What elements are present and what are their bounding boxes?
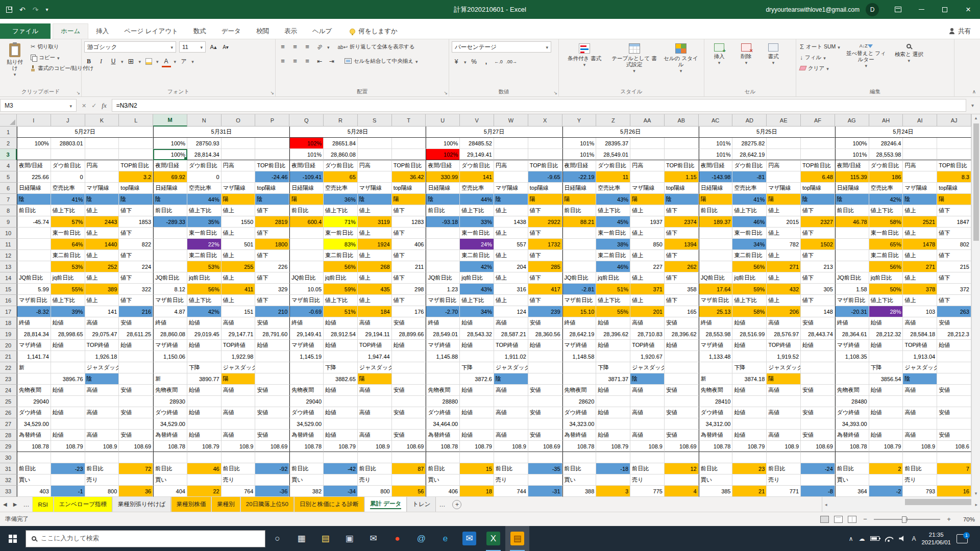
onedrive-icon[interactable]: ☁ (859, 535, 865, 542)
cell-AG3[interactable]: 101% (835, 149, 869, 160)
cell-M24[interactable]: 先物夜間 (153, 385, 187, 396)
cell-AG18[interactable]: 終値 (835, 317, 869, 329)
cell-AB5[interactable]: 1.15 (665, 171, 699, 183)
cell-AI23[interactable]: 陰 (903, 373, 937, 385)
cell-U31[interactable]: 前日比 (426, 463, 460, 474)
cell-O22[interactable]: ジャスダック (222, 362, 256, 373)
horizontal-scrollbar[interactable] (822, 497, 980, 512)
column-header-AG[interactable]: AG (835, 114, 869, 127)
cell-O23[interactable]: 陽 (222, 373, 256, 385)
cell-AA11[interactable]: 850 (630, 239, 665, 250)
cell-N25[interactable] (187, 396, 222, 407)
cell-W29[interactable]: 108.9 (494, 441, 528, 452)
cell-AH14[interactable]: jq前日比 (869, 272, 903, 284)
cell-W22[interactable]: ジャスダック (494, 362, 528, 373)
cell-AB29[interactable]: 108.69 (665, 441, 699, 452)
cell-AE19[interactable]: 28,576.97 (767, 329, 801, 340)
column-header-K[interactable]: K (85, 114, 119, 127)
cell-J26[interactable]: 始値 (51, 407, 85, 418)
cell-T17[interactable]: 176 (392, 306, 426, 317)
cell-T23[interactable] (392, 373, 426, 385)
cell-AG32[interactable]: 買い (835, 474, 869, 486)
cell-R19[interactable]: 28,912.54 (324, 329, 358, 340)
cell-T14[interactable]: 値下 (392, 272, 426, 284)
cell-I25[interactable]: 29040 (17, 396, 51, 407)
column-header-N[interactable]: N (187, 114, 222, 127)
cancel-entry-icon[interactable] (82, 102, 86, 109)
cell-R23[interactable]: 3882.65 (324, 373, 358, 385)
mail-icon[interactable]: ✉ (361, 526, 385, 551)
cell-M9[interactable]: -289.33 (153, 216, 187, 228)
cell-AC20[interactable]: マザ終値 (699, 340, 733, 351)
cell-O13[interactable]: 255 (222, 261, 256, 272)
cell-AA20[interactable]: TOP終値 (630, 340, 665, 351)
cell-AD23[interactable]: 3874.18 (732, 373, 767, 385)
cell-AH26[interactable]: 始値 (869, 407, 903, 418)
cell-AH21[interactable] (869, 351, 903, 362)
cell-AD29[interactable]: 108.79 (732, 441, 767, 452)
cell-X19[interactable]: 28,360.56 (528, 329, 562, 340)
cell-L4[interactable]: TOP前日比 (119, 160, 153, 171)
cell-AJ9[interactable]: 1847 (937, 216, 971, 228)
cell-K33[interactable]: 800 (85, 486, 119, 497)
cell-M14[interactable]: JQ前日比 (153, 272, 187, 284)
orientation-icon[interactable] (316, 43, 323, 50)
cell-Q23[interactable] (289, 373, 324, 385)
cell-J14[interactable]: jq前日比 (51, 272, 85, 284)
cell-W6[interactable]: マザ陽線 (494, 183, 528, 194)
row-header-4[interactable]: 4 (0, 160, 17, 171)
cell-AH24[interactable]: 始値 (869, 385, 903, 396)
cell-Y15[interactable]: -2.81 (562, 284, 597, 295)
cell-AB19[interactable]: 28,396.62 (665, 329, 699, 340)
edge-icon[interactable]: e (433, 526, 457, 551)
cell-V6[interactable]: 空売比率 (460, 183, 494, 194)
cell-AC5[interactable]: -143.98 (699, 171, 733, 183)
cell-AB12[interactable]: 値下 (665, 250, 699, 261)
cell-R2[interactable]: 28651.84 (324, 138, 358, 149)
cell-X23[interactable] (528, 373, 562, 385)
cell-Y19[interactable]: 28,642.19 (562, 329, 597, 340)
cell-M7[interactable]: 陰 (153, 194, 187, 205)
cell-M22[interactable] (153, 362, 187, 373)
cell-AB7[interactable]: 陰 (665, 194, 699, 205)
cell-AE16[interactable]: 値上 (767, 295, 801, 306)
cell-I12[interactable] (17, 250, 51, 261)
cell-T3[interactable] (392, 149, 426, 160)
cell-AF11[interactable]: 1502 (801, 239, 835, 250)
cell-R20[interactable]: 始値 (324, 340, 358, 351)
bold-icon[interactable] (84, 56, 93, 66)
horizontal-scroll-thumb[interactable] (905, 499, 971, 505)
volume-icon[interactable] (899, 536, 906, 542)
cell-X10[interactable]: 値下 (528, 228, 562, 239)
cell-AG9[interactable]: 46.78 (835, 216, 869, 228)
tab-数式[interactable]: 数式 (186, 23, 214, 39)
cell-AH20[interactable]: 始値 (869, 340, 903, 351)
autosum-button[interactable]: オート SUM (799, 41, 841, 52)
snip-app-icon[interactable]: ▤ (505, 526, 529, 551)
cell-AD28[interactable]: 始値 (732, 430, 767, 441)
cell-V13[interactable]: 42% (460, 261, 494, 272)
cell-O24[interactable]: 高値 (222, 385, 256, 396)
cell-AI30[interactable] (903, 452, 937, 463)
cell-AC27[interactable]: 34,312.00 (699, 418, 733, 430)
select-all-button[interactable] (0, 114, 17, 127)
cell-AE23[interactable]: 陽 (767, 373, 801, 385)
cell-R25[interactable] (324, 396, 358, 407)
row-header-28[interactable]: 28 (0, 430, 17, 441)
cell-AG14[interactable]: JQ前日比 (835, 272, 869, 284)
cell-V7[interactable]: 44% (460, 194, 494, 205)
cell-Z14[interactable]: jq前日比 (596, 272, 630, 284)
cell-R9[interactable]: 71% (324, 216, 358, 228)
cell-M11[interactable] (153, 239, 187, 250)
cell-AE22[interactable]: ジャスダック (767, 362, 801, 373)
cell-P33[interactable]: -36 (255, 486, 289, 497)
cell-K29[interactable]: 108.9 (85, 441, 119, 452)
cell-R7[interactable]: 36% (324, 194, 358, 205)
cell-AH3[interactable]: 28,553.98 (869, 149, 903, 160)
cell-AJ14[interactable]: 値下 (937, 272, 971, 284)
cell-Y4[interactable]: 夜間/日経 (562, 160, 597, 171)
column-header-U[interactable]: U (426, 114, 460, 127)
cell-P11[interactable]: 1800 (255, 239, 289, 250)
cell-N10[interactable]: 東一前日比 (187, 228, 222, 239)
cell-AD8[interactable]: 値上下比 (732, 205, 767, 216)
